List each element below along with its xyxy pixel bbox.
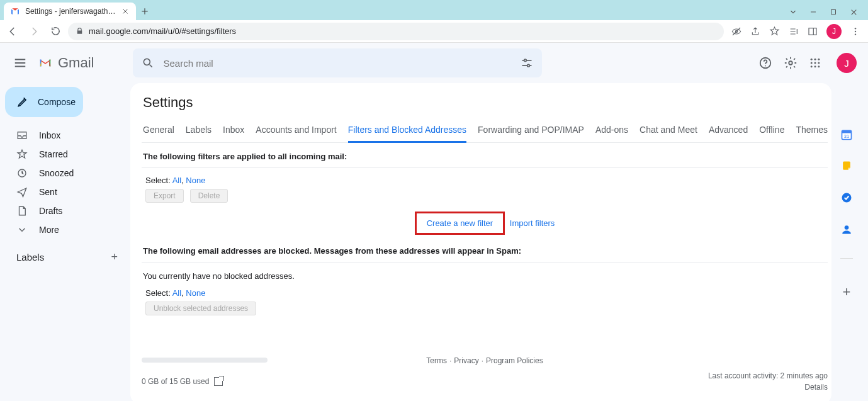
support-icon[interactable]: [758, 56, 772, 70]
sidebar-item-label: Drafts: [39, 206, 62, 216]
close-tab-icon[interactable]: [121, 7, 130, 16]
sidebar-item-inbox[interactable]: Inbox: [0, 126, 130, 145]
add-label-icon[interactable]: +: [111, 251, 118, 264]
sidebar-item-snoozed[interactable]: Snoozed: [0, 164, 130, 183]
tab-forwarding[interactable]: Forwarding and POP/IMAP: [478, 118, 584, 142]
gmail-logo[interactable]: Gmail: [37, 55, 94, 71]
labels-title: Labels: [16, 252, 44, 263]
header-right-icons: J: [758, 53, 868, 73]
tab-themes[interactable]: Themes: [796, 118, 828, 142]
svg-point-7: [524, 59, 527, 62]
window-controls: [789, 8, 868, 20]
chrome-menu-icon[interactable]: [850, 26, 860, 37]
svg-point-11: [789, 61, 792, 65]
compose-button[interactable]: Compose: [5, 87, 83, 117]
settings-panel: Settings General Labels Inbox Accounts a…: [130, 83, 831, 401]
compose-label: Compose: [38, 97, 76, 107]
program-policies-link[interactable]: Program Policies: [486, 356, 543, 365]
sidebar-item-label: Starred: [39, 149, 68, 159]
new-tab-button[interactable]: [136, 3, 154, 20]
details-link[interactable]: Details: [804, 383, 828, 392]
select-row-blocked: Select: All, None: [142, 288, 828, 298]
inbox-icon: [16, 130, 28, 141]
tab-search-icon[interactable]: [789, 8, 798, 16]
svg-point-19: [814, 65, 816, 67]
search-box[interactable]: [133, 48, 542, 77]
browser-tab[interactable]: Settings - jeniferswagathdj@gma: [4, 3, 136, 20]
search-input[interactable]: [163, 58, 512, 69]
filter-links-row: Create a new filter Import filters: [142, 212, 828, 235]
back-button[interactable]: [4, 23, 21, 40]
create-new-filter-link[interactable]: Create a new filter: [427, 218, 493, 228]
url-text: mail.google.com/mail/u/0/#settings/filte…: [89, 26, 236, 36]
reload-button[interactable]: [47, 23, 64, 40]
tasks-icon[interactable]: [840, 191, 853, 204]
tab-chat-meet[interactable]: Chat and Meet: [640, 118, 697, 142]
sidebar-item-starred[interactable]: Starred: [0, 145, 130, 164]
svg-point-17: [818, 62, 820, 64]
tab-inbox[interactable]: Inbox: [223, 118, 244, 142]
import-filters-link[interactable]: Import filters: [510, 218, 555, 228]
export-button[interactable]: Export: [145, 189, 184, 203]
maximize-icon[interactable]: [829, 8, 838, 16]
page-title: Settings: [142, 94, 828, 111]
tab-addons[interactable]: Add-ons: [595, 118, 628, 142]
gmail-header: Gmail J: [0, 43, 868, 83]
close-window-icon[interactable]: [849, 8, 858, 16]
forward-button[interactable]: [25, 23, 43, 40]
minimize-icon[interactable]: [809, 8, 818, 16]
terms-link[interactable]: Terms: [426, 356, 447, 365]
gmail-logo-text: Gmail: [58, 55, 94, 71]
svg-point-20: [818, 65, 820, 67]
get-addons-icon[interactable]: +: [843, 284, 851, 300]
sidebar: Compose Inbox Starred Snoozed Sent Draft…: [0, 43, 130, 401]
horizontal-scrollbar[interactable]: [142, 358, 268, 363]
sidebar-item-more[interactable]: More: [0, 220, 130, 239]
tab-accounts-import[interactable]: Accounts and Import: [256, 118, 336, 142]
sidebar-item-drafts[interactable]: Drafts: [0, 201, 130, 220]
privacy-link[interactable]: Privacy: [454, 356, 478, 365]
select-all-blocked-link[interactable]: All: [172, 288, 181, 298]
delete-button[interactable]: Delete: [190, 189, 228, 203]
keep-icon[interactable]: [840, 160, 853, 172]
sidebar-item-label: Sent: [39, 187, 57, 197]
select-none-blocked-link[interactable]: None: [186, 288, 205, 298]
svg-rect-23: [842, 130, 852, 133]
google-apps-icon[interactable]: [809, 57, 821, 69]
profile-avatar[interactable]: J: [826, 24, 842, 39]
side-panel-icon[interactable]: [808, 26, 818, 37]
svg-point-4: [855, 30, 856, 31]
star-outline-icon: [16, 149, 28, 160]
tab-advanced[interactable]: Advanced: [709, 118, 748, 142]
eye-off-icon[interactable]: [731, 26, 741, 37]
sidebar-item-label: More: [39, 225, 59, 235]
tab-offline[interactable]: Offline: [759, 118, 784, 142]
star-icon[interactable]: [769, 26, 780, 37]
calendar-icon[interactable]: 31: [840, 128, 853, 141]
tab-labels[interactable]: Labels: [186, 118, 211, 142]
unblock-button[interactable]: Unblock selected addresses: [145, 302, 256, 315]
main-menu-icon[interactable]: [8, 50, 33, 76]
drafts-icon: [16, 205, 28, 217]
select-all-link[interactable]: All: [172, 176, 181, 185]
settings-gear-icon[interactable]: [784, 56, 798, 70]
search-options-icon[interactable]: [521, 57, 533, 69]
pencil-icon: [16, 96, 29, 108]
clock-icon: [16, 167, 28, 179]
tab-filters-blocked[interactable]: Filters and Blocked Addresses: [348, 118, 466, 143]
url-box[interactable]: mail.google.com/mail/u/0/#settings/filte…: [68, 23, 724, 40]
reading-list-icon[interactable]: [789, 26, 799, 37]
open-external-icon[interactable]: [214, 377, 223, 386]
svg-point-16: [814, 62, 816, 64]
select-none-link[interactable]: None: [186, 176, 205, 185]
sidebar-item-label: Snoozed: [39, 168, 74, 178]
tab-general[interactable]: General: [143, 118, 174, 142]
select-label: Select:: [145, 176, 172, 185]
select-label: Select:: [145, 288, 172, 298]
gmail-favicon: [10, 6, 20, 16]
share-icon[interactable]: [750, 26, 760, 37]
contacts-icon[interactable]: [840, 223, 853, 235]
account-avatar[interactable]: J: [837, 53, 857, 73]
sidebar-item-sent[interactable]: Sent: [0, 183, 130, 201]
svg-point-6: [144, 59, 150, 65]
